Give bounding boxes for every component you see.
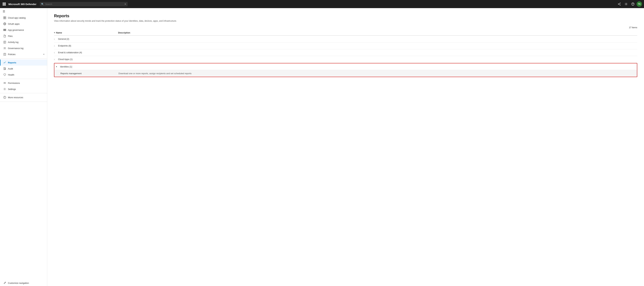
- reports-management-name: Reports management: [60, 72, 118, 75]
- page-title: Reports: [54, 14, 637, 18]
- sidebar-item-reports[interactable]: Reports: [0, 60, 47, 66]
- group-identities-label: Identities (1): [60, 65, 72, 68]
- svg-point-40: [5, 82, 6, 83]
- svg-rect-5: [5, 4, 6, 5]
- settings-button[interactable]: [623, 1, 629, 7]
- files-icon: [3, 35, 6, 37]
- sort-chevron-icon[interactable]: ▾: [54, 32, 55, 34]
- search-icon: 🔍: [41, 3, 44, 6]
- oauth-apps-icon: [3, 23, 6, 25]
- svg-rect-1: [4, 3, 5, 3]
- sidebar-item-permissions[interactable]: Permissions: [0, 80, 47, 86]
- items-count: 17 items: [54, 26, 637, 29]
- sidebar-label-activity-log: Activity log: [8, 41, 44, 43]
- help-button[interactable]: [630, 1, 636, 7]
- sidebar-label-audit: Audit: [8, 67, 44, 70]
- health-icon: [3, 73, 6, 76]
- cloud-app-catalog-icon: [3, 16, 6, 19]
- sidebar-label-policies: Policies: [8, 53, 42, 56]
- sidebar-label-health: Health: [8, 74, 44, 76]
- search-bar: 🔍 ✕: [40, 2, 128, 7]
- sidebar-label-settings: Settings: [8, 88, 44, 90]
- svg-point-39: [4, 82, 5, 83]
- sidebar-divider-1: [0, 58, 47, 59]
- sidebar-item-files[interactable]: Files: [0, 33, 47, 39]
- app-title: Microsoft 365 Defender: [8, 3, 36, 6]
- hamburger-icon: ☰: [3, 10, 5, 13]
- svg-rect-18: [5, 17, 6, 18]
- sidebar-label-app-governance: App governance: [8, 29, 44, 31]
- sidebar-item-customize-navigation[interactable]: Customize navigation: [0, 280, 47, 286]
- col-name-header: ▾ Name: [54, 32, 118, 34]
- svg-rect-26: [4, 30, 6, 31]
- sidebar-label-cloud-app-catalog: Cloud app catalog: [8, 17, 44, 19]
- sidebar-label-customize-navigation: Customize navigation: [8, 282, 44, 284]
- sidebar-collapse-button[interactable]: ☰: [0, 8, 47, 15]
- svg-point-11: [620, 5, 620, 6]
- svg-line-13: [619, 4, 620, 5]
- search-input[interactable]: [40, 2, 128, 7]
- group-email-collab-label: Email & collaboration (4): [58, 51, 82, 54]
- sidebar-item-oauth-apps[interactable]: OAuth apps: [0, 21, 47, 27]
- sidebar-label-oauth-apps: OAuth apps: [8, 23, 44, 25]
- policies-chevron-icon: ▾: [43, 53, 44, 55]
- identities-child-row[interactable]: Reports management Download one or more …: [54, 70, 637, 77]
- group-cloud-apps[interactable]: › Cloud Apps (1): [54, 56, 637, 63]
- identities-chevron-icon: ▾: [56, 66, 59, 68]
- reports-management-desc: Download one or more reports, assign rec…: [118, 72, 635, 75]
- group-identities-container: ▾ Identities (1) Reports management Down…: [54, 63, 637, 77]
- topbar: Microsoft 365 Defender 🔍 ✕ TA: [0, 0, 644, 8]
- svg-rect-6: [3, 5, 4, 6]
- governance-log-icon: [3, 47, 6, 50]
- svg-rect-2: [5, 3, 6, 3]
- user-avatar[interactable]: TA: [636, 1, 642, 7]
- group-general[interactable]: › General (2): [54, 36, 637, 42]
- sidebar-item-cloud-app-catalog[interactable]: Cloud app catalog: [0, 15, 47, 21]
- sidebar-item-settings[interactable]: Settings: [0, 86, 47, 92]
- svg-point-14: [626, 4, 626, 5]
- topbar-icons: TA: [616, 1, 642, 7]
- group-endpoints[interactable]: › Endpoints (8): [54, 42, 637, 49]
- sidebar-item-app-governance[interactable]: App governance: [0, 27, 47, 33]
- activity-log-icon: [3, 41, 6, 43]
- svg-rect-0: [3, 3, 4, 3]
- svg-rect-7: [4, 5, 5, 6]
- sidebar-item-policies[interactable]: Policies ▾: [0, 51, 47, 57]
- sidebar-item-health[interactable]: Health: [0, 72, 47, 78]
- svg-rect-20: [5, 18, 6, 19]
- svg-point-42: [4, 89, 5, 89]
- col-desc-header: Description: [118, 32, 637, 34]
- table-header: ▾ Name Description: [54, 30, 637, 36]
- policies-icon: [3, 53, 6, 56]
- group-email-collab[interactable]: › Email & collaboration (4): [54, 49, 637, 56]
- clear-search-icon[interactable]: ✕: [124, 3, 126, 6]
- sidebar-divider-3: [0, 93, 47, 93]
- endpoints-chevron-icon: ›: [54, 45, 57, 47]
- sidebar-item-activity-log[interactable]: Activity log: [0, 39, 47, 45]
- main-content: Reports View information about security …: [47, 8, 644, 286]
- group-endpoints-label: Endpoints (8): [58, 45, 71, 47]
- svg-rect-4: [4, 4, 5, 5]
- sidebar-label-files: Files: [8, 35, 44, 37]
- svg-rect-24: [4, 29, 6, 29]
- svg-point-45: [4, 97, 5, 97]
- svg-point-9: [620, 3, 620, 3]
- svg-rect-17: [4, 17, 4, 18]
- sidebar-label-governance-log: Governance log: [8, 47, 44, 50]
- sidebar-label-more-resources: More resources: [8, 96, 44, 99]
- waffle-menu-button[interactable]: [2, 2, 6, 6]
- group-cloud-apps-label: Cloud Apps (1): [58, 58, 72, 61]
- col-name-label: Name: [56, 32, 62, 34]
- sidebar-item-more-resources[interactable]: More resources: [0, 94, 47, 100]
- share-button[interactable]: [616, 1, 622, 7]
- group-identities[interactable]: ▾ Identities (1): [54, 63, 637, 70]
- page-subtitle: View information about security trends a…: [54, 20, 637, 22]
- svg-point-16: [633, 5, 633, 5]
- sidebar-item-governance-log[interactable]: Governance log: [0, 45, 47, 51]
- more-resources-icon: [3, 96, 6, 99]
- cloud-apps-chevron-icon: ›: [54, 58, 57, 60]
- sidebar-item-audit[interactable]: Audit: [0, 66, 47, 72]
- general-chevron-icon: ›: [54, 38, 57, 40]
- svg-rect-19: [4, 18, 4, 19]
- audit-icon: [3, 67, 6, 70]
